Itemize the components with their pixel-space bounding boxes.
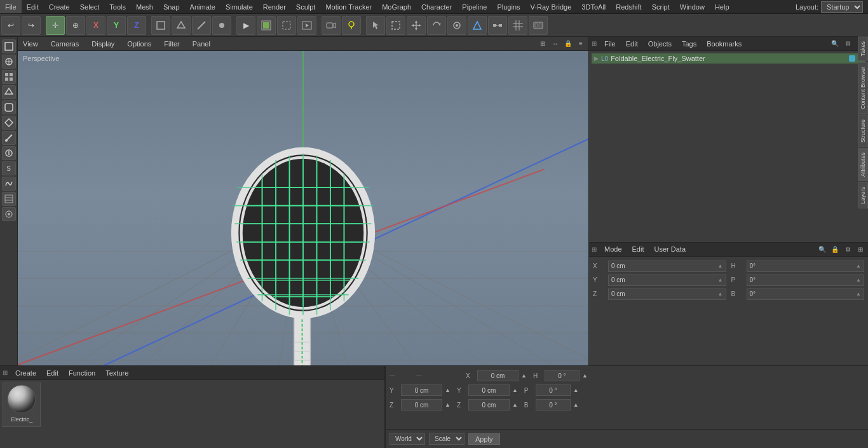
menu-file[interactable]: File <box>0 0 22 13</box>
objects-menu-edit[interactable]: Edit <box>623 40 641 48</box>
pos-y-arrow[interactable]: ▲ <box>445 387 451 393</box>
side-tab-takes[interactable]: Takes <box>858 37 868 61</box>
menu-sculpt[interactable]: Sculpt <box>291 0 321 13</box>
select-tool-button[interactable] <box>386 16 405 35</box>
y-axis-button[interactable]: Y <box>107 16 126 35</box>
loop-selection-button[interactable] <box>447 16 466 35</box>
attr-settings-button[interactable]: ⚙ <box>843 244 853 254</box>
render-region-button[interactable] <box>277 16 296 35</box>
3d-viewport[interactable]: X Y Z Perspective Grid Spacing : 100 cm <box>18 51 588 415</box>
menu-snap[interactable]: Snap <box>158 0 185 13</box>
attr-lock-button[interactable]: 🔒 <box>830 244 840 254</box>
pos-z-input[interactable] <box>401 399 442 411</box>
tool6-btn[interactable] <box>2 116 16 130</box>
side-tab-attributes[interactable]: Attributes <box>858 148 868 181</box>
menu-plugins[interactable]: Plugins <box>492 0 525 13</box>
render-picture-viewer-button[interactable] <box>297 16 316 35</box>
menu-tools[interactable]: Tools <box>104 0 131 13</box>
viewport-menu-display[interactable]: Display <box>89 40 117 48</box>
attr-h-field[interactable]: 0° ▲ <box>747 261 865 272</box>
tool3-btn[interactable] <box>2 70 16 84</box>
size-z-arrow[interactable]: ▲ <box>512 402 518 408</box>
undo-button[interactable]: ↩ <box>1 16 20 35</box>
objects-settings-button[interactable]: ⚙ <box>843 39 853 49</box>
menu-animate[interactable]: Animate <box>185 0 220 13</box>
mat-menu-texture[interactable]: Texture <box>103 369 131 377</box>
film-button[interactable] <box>529 16 548 35</box>
x-axis-button[interactable]: X <box>86 16 105 35</box>
size-y-arrow[interactable]: ▲ <box>512 387 518 393</box>
layout-dropdown[interactable]: Startup <box>821 1 863 13</box>
menu-create[interactable]: Create <box>44 0 75 13</box>
render-button[interactable] <box>257 16 276 35</box>
attr-menu-edit[interactable]: Edit <box>630 245 647 253</box>
attr-menu-userdata[interactable]: User Data <box>652 245 689 253</box>
menu-simulate[interactable]: Simulate <box>220 0 258 13</box>
viewport-settings-icon[interactable]: ≡ <box>576 39 586 49</box>
menu-vray[interactable]: V-Ray Bridge <box>526 0 577 13</box>
material-item-electric[interactable]: Electric_ <box>3 383 41 427</box>
side-tab-layers[interactable]: Layers <box>858 182 868 208</box>
tool4-btn[interactable] <box>2 85 16 99</box>
size-x-arrow[interactable]: ▲ <box>521 372 527 379</box>
menu-edit[interactable]: Edit <box>22 0 44 13</box>
z-axis-button[interactable]: Z <box>127 16 146 35</box>
objects-menu-tags[interactable]: Tags <box>679 40 699 48</box>
menu-motion-tracker[interactable]: Motion Tracker <box>320 0 377 13</box>
pos-y-input[interactable] <box>401 384 442 396</box>
scale-tool-button[interactable]: ⊕ <box>66 16 85 35</box>
viewport-menu-panel[interactable]: Panel <box>190 40 213 48</box>
object-tool-btn[interactable] <box>2 39 16 53</box>
camera-button[interactable] <box>322 16 341 35</box>
tool2-btn[interactable] <box>2 55 16 69</box>
rot-b-arrow[interactable]: ▲ <box>573 402 579 408</box>
viewport-menu-view[interactable]: View <box>20 40 41 48</box>
attr-b-field[interactable]: 0° ▲ <box>747 288 865 300</box>
grid-button[interactable] <box>508 16 527 35</box>
attr-p-field[interactable]: 0° ▲ <box>747 275 865 286</box>
tool7-btn[interactable] <box>2 131 16 145</box>
polygon-mode-button[interactable] <box>172 16 191 35</box>
objects-menu-objects[interactable]: Objects <box>646 40 674 48</box>
point-mode-button[interactable] <box>212 16 231 35</box>
viewport-maximize-icon[interactable]: ⊞ <box>538 39 548 49</box>
play-animation-button[interactable]: ▶ <box>236 16 255 35</box>
rot-h-arrow[interactable]: ▲ <box>582 372 588 379</box>
tool5-btn[interactable] <box>2 100 16 114</box>
menu-character[interactable]: Character <box>416 0 457 13</box>
viewport-arrows-icon[interactable]: ↔ <box>550 39 560 49</box>
menu-pipeline[interactable]: Pipeline <box>457 0 492 13</box>
tool10-btn[interactable] <box>2 177 16 191</box>
side-tab-structure[interactable]: Structure <box>858 115 868 147</box>
size-z-input[interactable] <box>468 399 510 411</box>
menu-select[interactable]: Select <box>75 0 105 13</box>
object-row-fly-swatter[interactable]: ▶ L0 Foldable_Electric_Fly_Swatter <box>592 53 865 64</box>
apply-button[interactable]: Apply <box>468 433 500 445</box>
search-objects-button[interactable]: 🔍 <box>830 39 840 49</box>
search-attr-button[interactable]: 🔍 <box>817 244 827 254</box>
transform-dropdown[interactable]: Scale <box>429 433 465 445</box>
tool9-btn[interactable]: S <box>2 161 16 175</box>
mat-menu-function[interactable]: Function <box>66 369 98 377</box>
attr-y-field[interactable]: 0 cm ▲ <box>608 275 726 286</box>
tool8-btn[interactable] <box>2 146 16 160</box>
edge-mode-button[interactable] <box>192 16 211 35</box>
menu-render[interactable]: Render <box>258 0 291 13</box>
size-y-input[interactable] <box>468 384 510 396</box>
viewport-menu-cameras[interactable]: Cameras <box>48 40 82 48</box>
light-button[interactable] <box>342 16 361 35</box>
menu-3dtoall[interactable]: 3DToAll <box>576 0 611 13</box>
rot-h-input[interactable] <box>545 370 580 381</box>
attr-menu-mode[interactable]: Mode <box>602 245 625 253</box>
cursor-mode-button[interactable] <box>366 16 385 35</box>
objects-menu-bookmarks[interactable]: Bookmarks <box>704 40 744 48</box>
mat-menu-create[interactable]: Create <box>13 369 39 377</box>
knife-tool-button[interactable] <box>468 16 487 35</box>
side-tab-content-browser[interactable]: Content Browser <box>858 62 868 114</box>
object-mode-button[interactable] <box>151 16 170 35</box>
move-tool-button[interactable]: ✛ <box>46 16 65 35</box>
move-selection-button[interactable] <box>407 16 426 35</box>
objects-menu-file[interactable]: File <box>602 40 618 48</box>
rot-p-arrow[interactable]: ▲ <box>573 387 579 393</box>
mat-menu-edit[interactable]: Edit <box>44 369 61 377</box>
